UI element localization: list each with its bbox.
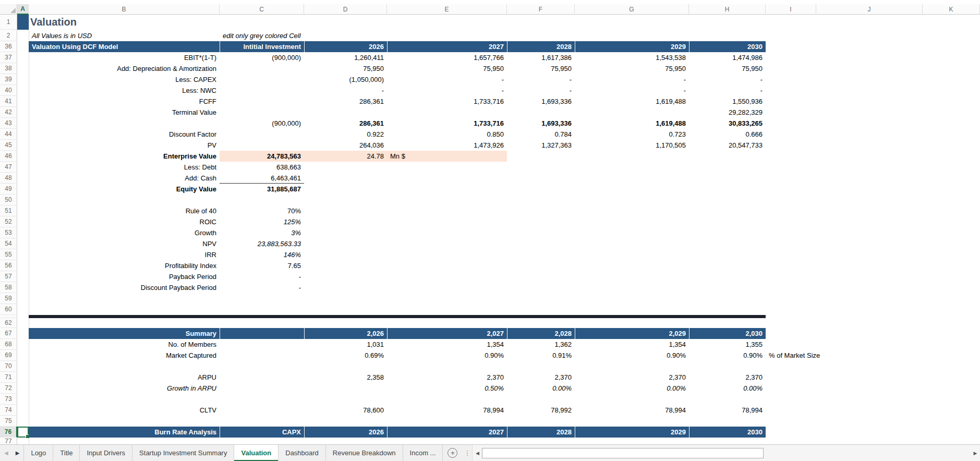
row-header-72[interactable]: 72 [0, 383, 17, 394]
row-header-59[interactable]: 59 [0, 293, 17, 304]
cell-D38[interactable]: 75,950 [304, 63, 387, 74]
cell-B47[interactable]: Less: Debt [29, 162, 220, 173]
cell-G43[interactable]: 1,619,488 [575, 118, 689, 129]
cell-B56[interactable]: Profitability Index [29, 260, 220, 271]
cell-C56[interactable]: 7.65 [220, 260, 304, 271]
cell-B45[interactable]: PV [29, 140, 220, 151]
cell-G76[interactable]: 2029 [575, 427, 689, 438]
row-header-48[interactable]: 48 [0, 173, 17, 184]
sheet-tab-input-drivers[interactable]: Input Drivers [79, 445, 132, 461]
cell-B67[interactable]: Summary [29, 328, 220, 339]
column-header-G[interactable]: G [575, 4, 689, 15]
row-header-51[interactable]: 51 [0, 205, 17, 216]
cell-E74[interactable]: 78,994 [387, 405, 507, 416]
row-header-58[interactable]: 58 [0, 282, 17, 293]
cell-G39[interactable]: - [575, 74, 689, 85]
column-header-J[interactable]: J [816, 4, 923, 15]
cell-F44[interactable]: 0.784 [507, 129, 575, 140]
cell-C55[interactable]: 146% [220, 249, 304, 260]
cell-F40[interactable]: - [507, 85, 575, 96]
row-header-57[interactable]: 57 [0, 271, 17, 282]
cell-E41[interactable]: 1,733,716 [387, 96, 507, 107]
cell-B2[interactable]: All Values is in USD [29, 30, 220, 41]
cell-H42[interactable]: 29,282,329 [689, 107, 766, 118]
cell-G36[interactable]: 2029 [575, 41, 689, 52]
column-header-B[interactable]: B [29, 4, 220, 15]
cell-C67[interactable] [220, 328, 304, 339]
row-header-38[interactable]: 38 [0, 63, 17, 74]
cell-D41[interactable]: 286,361 [304, 96, 387, 107]
cell-E72[interactable]: 0.50% [387, 383, 507, 394]
cell-D67[interactable]: 2,026 [304, 328, 387, 339]
row-header-37[interactable]: 37 [0, 52, 17, 63]
cell-A1[interactable] [17, 15, 29, 30]
row-header-68[interactable]: 68 [0, 339, 17, 350]
cell-F68[interactable]: 1,362 [507, 339, 575, 350]
row-header-56[interactable]: 56 [0, 260, 17, 271]
cell-H74[interactable]: 78,994 [689, 405, 766, 416]
cell-E38[interactable]: 75,950 [387, 63, 507, 74]
row-header-74[interactable]: 74 [0, 405, 17, 416]
cell-B40[interactable]: Less: NWC [29, 85, 220, 96]
cell-F38[interactable]: 75,950 [507, 63, 575, 74]
cell-B38[interactable]: Add: Depreciation & Amortization [29, 63, 220, 74]
row-header-50[interactable]: 50 [0, 195, 17, 205]
cell-B69[interactable]: Market Captured [29, 350, 220, 361]
cell-G44[interactable]: 0.723 [575, 129, 689, 140]
cell-B39[interactable]: Less: CAPEX [29, 74, 220, 85]
cell-C47[interactable]: 638,663 [220, 162, 304, 173]
cell-H38[interactable]: 75,950 [689, 63, 766, 74]
row-header-44[interactable]: 44 [0, 129, 17, 140]
cell-F37[interactable]: 1,617,386 [507, 52, 575, 63]
row-header-73[interactable]: 73 [0, 394, 17, 405]
row-header-43[interactable]: 43 [0, 118, 17, 129]
sheet-tab-logo[interactable]: Logo [23, 445, 53, 461]
cell-B1[interactable]: Valuation [29, 15, 220, 30]
column-header-K[interactable]: K [923, 4, 980, 15]
cell-D37[interactable]: 1,260,411 [304, 52, 387, 63]
cell-B71[interactable]: ARPU [29, 372, 220, 383]
row-header-71[interactable]: 71 [0, 372, 17, 383]
cell-B55[interactable]: IRR [29, 249, 220, 260]
row-header-53[interactable]: 53 [0, 227, 17, 238]
cell-C37[interactable]: (900,000) [220, 52, 304, 63]
select-all-button[interactable] [0, 4, 17, 15]
cell-G72[interactable]: 0.00% [575, 383, 689, 394]
row-header-49[interactable]: 49 [0, 184, 17, 195]
cell-E45[interactable]: 1,473,926 [387, 140, 507, 151]
sheet-tab-revenue-breakdown[interactable]: Revenue Breakdown [325, 445, 403, 461]
cell-B57[interactable]: Payback Period [29, 271, 220, 282]
cell-D71[interactable]: 2,358 [304, 372, 387, 383]
cell-F76[interactable]: 2028 [507, 427, 575, 438]
column-header-I[interactable]: I [766, 4, 816, 15]
cell-H69[interactable]: 0.90% [689, 350, 766, 361]
cell-G45[interactable]: 1,170,505 [575, 140, 689, 151]
row-header-40[interactable]: 40 [0, 85, 17, 96]
row-header-45[interactable]: 45 [0, 140, 17, 151]
cell-B51[interactable]: Rule of 40 [29, 205, 220, 216]
cell-C49[interactable]: 31,885,687 [220, 184, 304, 195]
cell-G68[interactable]: 1,354 [575, 339, 689, 350]
column-header-A[interactable]: A [17, 4, 29, 15]
add-sheet-button[interactable]: + [447, 448, 457, 458]
row-header-76[interactable]: 76 [0, 427, 17, 438]
cell-G40[interactable]: - [575, 85, 689, 96]
sheet-tab-startup-investment-summary[interactable]: Startup Investment Summary [132, 445, 234, 461]
cell-H40[interactable]: - [689, 85, 766, 96]
cell-B49[interactable]: Equity Value [29, 184, 220, 195]
cell-E46[interactable]: Mn $ [387, 151, 507, 162]
cell-B36[interactable]: Valuaton Using DCF Model [29, 41, 220, 52]
cell-C36[interactable]: Intitial Investment [220, 41, 304, 52]
row-header-1[interactable]: 1 [0, 15, 17, 30]
cell-C76[interactable]: CAPX [220, 427, 304, 438]
cell-E76[interactable]: 2027 [387, 427, 507, 438]
cell-B37[interactable]: EBIT*(1-T) [29, 52, 220, 63]
cell-B46[interactable]: Enterprise Value [29, 151, 220, 162]
sheet-tab-dashboard[interactable]: Dashboard [278, 445, 325, 461]
row-header-46[interactable]: 46 [0, 151, 17, 162]
row-header-67[interactable]: 67 [0, 328, 17, 339]
cell-H43[interactable]: 30,833,265 [689, 118, 766, 129]
cell-D44[interactable]: 0.922 [304, 129, 387, 140]
cell-D39[interactable]: (1,050,000) [304, 74, 387, 85]
column-header-D[interactable]: D [304, 4, 387, 15]
